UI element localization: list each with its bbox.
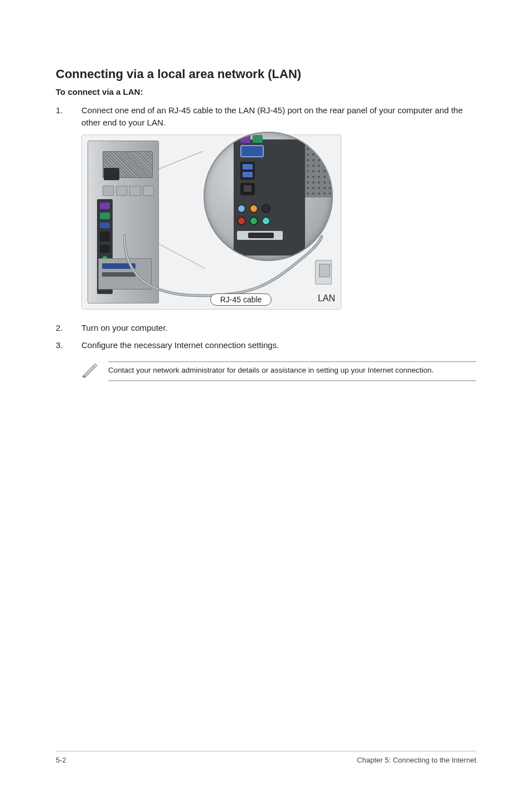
- rj45-cable-label: RJ-45 cable: [210, 293, 272, 306]
- audio-jacks-icon: [237, 204, 270, 213]
- page: Connecting via a local area network (LAN…: [0, 0, 532, 791]
- step-item: 3. Configure the necessary Internet conn…: [56, 339, 476, 351]
- step-number: 1.: [56, 104, 81, 129]
- graphics-card-icon: [98, 258, 152, 290]
- vga-port-icon: [240, 145, 264, 157]
- audio-jacks-icon: [237, 216, 270, 225]
- hdmi-port-icon: [237, 231, 283, 240]
- step-number: 2.: [56, 322, 81, 334]
- ps2-port-icon: [253, 135, 263, 143]
- power-socket-icon: [104, 168, 119, 180]
- lan-label: LAN: [318, 293, 335, 303]
- chapter-title: Chapter 5: Connecting to the Internet: [357, 756, 476, 764]
- rear-panel-illustration: RJ-45 cable LAN: [81, 134, 341, 310]
- step-text: Turn on your computer.: [81, 322, 476, 334]
- note-pencil-icon: [81, 361, 98, 378]
- note-block: Contact your network administrator for d…: [56, 361, 476, 381]
- step-number: 3.: [56, 339, 81, 351]
- page-footer: 5-2 Chapter 5: Connecting to the Interne…: [56, 751, 476, 764]
- lan-port-icon: [240, 183, 255, 195]
- step-item: 1. Connect one end of an RJ-45 cable to …: [56, 104, 476, 129]
- computer-tower: [88, 141, 159, 303]
- usb-ports-icon: [240, 162, 255, 180]
- expansion-slots-icon: [103, 186, 154, 196]
- note-text: Contact your network administrator for d…: [108, 361, 476, 381]
- section-heading: Connecting via a local area network (LAN…: [56, 67, 476, 81]
- section-subheading: To connect via a LAN:: [56, 87, 476, 97]
- step-text: Configure the necessary Internet connect…: [81, 339, 476, 351]
- ps2-port-icon: [240, 135, 250, 143]
- lan-wall-jack-icon: [315, 260, 332, 284]
- figure-container: RJ-45 cable LAN: [81, 134, 476, 310]
- zoom-circle: [204, 132, 333, 261]
- page-number: 5-2: [56, 756, 66, 764]
- step-item: 2. Turn on your computer.: [56, 322, 476, 334]
- step-text: Connect one end of an RJ-45 cable to the…: [81, 104, 476, 129]
